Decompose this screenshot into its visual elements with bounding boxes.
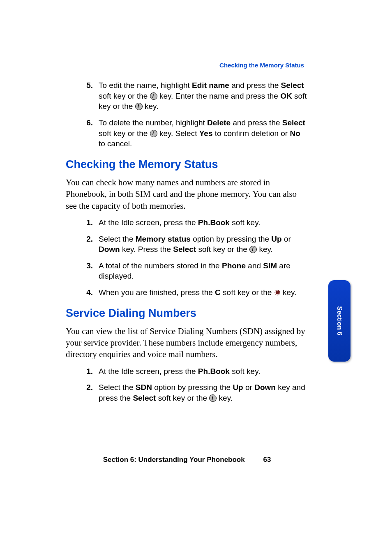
text: and press the — [229, 81, 281, 90]
list-number: 2. — [66, 382, 99, 403]
text: key. Select — [157, 129, 199, 138]
text: To edit the name, highlight — [99, 81, 192, 90]
list-body: When you are finished, press the C soft … — [99, 287, 308, 298]
bold-text: Select — [133, 394, 156, 402]
bold-text: Up — [271, 235, 281, 243]
text: or — [282, 235, 291, 243]
section-tab: Section 6 — [328, 280, 350, 362]
bold-text: Yes — [199, 129, 213, 138]
list-body: At the Idle screen, press the Ph.Book so… — [99, 366, 308, 377]
list-number: 3. — [66, 261, 99, 281]
list-body: A total of the numbers stored in the Pho… — [99, 261, 308, 281]
text: key. — [143, 102, 159, 111]
ok-key-icon — [150, 92, 157, 100]
list-body: To delete the number, highlight Delete a… — [99, 118, 308, 149]
text: soft key or the — [156, 394, 209, 402]
text: key. — [257, 245, 273, 254]
heading-sdn: Service Dialing Numbers — [66, 307, 308, 320]
page-footer: Section 6: Understanding Your Phonebook … — [66, 456, 308, 464]
text: and press the — [231, 118, 282, 127]
ok-key-icon — [209, 394, 217, 402]
bold-text: No — [290, 129, 300, 138]
list-number: 2. — [66, 234, 99, 255]
page-content: Checking the Memory Status 5. To edit th… — [66, 62, 308, 409]
footer-text: Section 6: Understanding Your Phonebook — [103, 456, 245, 464]
text: key. Enter the name and press the — [157, 92, 281, 100]
bold-text: Down — [99, 245, 120, 254]
bold-text: Down — [254, 383, 276, 392]
text: and — [246, 261, 263, 270]
text: soft key or the — [99, 129, 150, 138]
page-number: 63 — [263, 456, 271, 464]
ordered-item: 2. Select the SDN option by pressing the… — [66, 382, 308, 403]
bold-text: Select — [282, 118, 305, 127]
bold-text: C — [215, 288, 221, 297]
paragraph: You can check how many names and numbers… — [66, 177, 308, 212]
ordered-item: 1. At the Idle screen, press the Ph.Book… — [66, 366, 308, 377]
section-tab-label: Section 6 — [336, 306, 343, 335]
text: key. — [217, 394, 233, 402]
bold-text: Delete — [207, 118, 231, 127]
ordered-item: 4. When you are finished, press the C so… — [66, 287, 308, 298]
bold-text: Memory status — [136, 235, 191, 243]
list-body: At the Idle screen, press the Ph.Book so… — [99, 217, 308, 228]
ok-key-icon — [150, 130, 157, 137]
list-number: 4. — [66, 287, 99, 298]
bold-text: Up — [233, 383, 243, 392]
text: soft key or the — [99, 92, 150, 100]
text: Select the — [99, 383, 136, 392]
heading-memory-status: Checking the Memory Status — [66, 158, 308, 171]
bold-text: Edit name — [192, 81, 229, 90]
list-body: Select the Memory status option by press… — [99, 234, 308, 255]
ok-key-icon — [249, 246, 257, 253]
text: soft key. — [230, 218, 261, 227]
ordered-item-5: 5. To edit the name, highlight Edit name… — [66, 80, 308, 112]
bold-text: Ph.Book — [198, 218, 230, 227]
bold-text: SDN — [136, 383, 152, 392]
list-number: 5. — [66, 80, 99, 112]
text: to cancel. — [99, 139, 132, 148]
text: soft key or the — [196, 245, 249, 254]
text: key. — [281, 288, 297, 297]
bold-text: Select — [281, 81, 304, 90]
text: Select the — [99, 235, 136, 243]
text: option by pressing the — [152, 383, 233, 392]
text: soft key or the — [221, 288, 274, 297]
bold-text: Select — [173, 245, 196, 254]
text: or — [243, 383, 254, 392]
text: option by pressing the — [191, 235, 271, 243]
text: soft key. — [230, 367, 261, 376]
running-header: Checking the Memory Status — [66, 62, 308, 69]
list-number: 1. — [66, 217, 99, 228]
bold-text: OK — [280, 92, 292, 100]
bold-text: Ph.Book — [198, 367, 230, 376]
paragraph: You can view the list of Service Dialing… — [66, 325, 308, 360]
end-key-icon — [274, 289, 281, 296]
list-number: 6. — [66, 118, 99, 149]
text: A total of the numbers stored in the — [99, 261, 222, 270]
bold-text: SIM — [263, 261, 277, 270]
bold-text: Phone — [222, 261, 246, 270]
ordered-item: 1. At the Idle screen, press the Ph.Book… — [66, 217, 308, 228]
text: At the Idle screen, press the — [99, 367, 198, 376]
list-body: Select the SDN option by pressing the Up… — [99, 382, 308, 403]
ordered-item: 3. A total of the numbers stored in the … — [66, 261, 308, 281]
ordered-item: 2. Select the Memory status option by pr… — [66, 234, 308, 255]
text: to confirm deletion or — [212, 129, 290, 138]
text: When you are finished, press the — [99, 288, 215, 297]
list-body: To edit the name, highlight Edit name an… — [99, 80, 308, 112]
text: To delete the number, highlight — [99, 118, 207, 127]
list-number: 1. — [66, 366, 99, 377]
ok-key-icon — [135, 103, 143, 110]
text: At the Idle screen, press the — [99, 218, 198, 227]
ordered-item-6: 6. To delete the number, highlight Delet… — [66, 118, 308, 149]
text: key. Press the — [120, 245, 173, 254]
